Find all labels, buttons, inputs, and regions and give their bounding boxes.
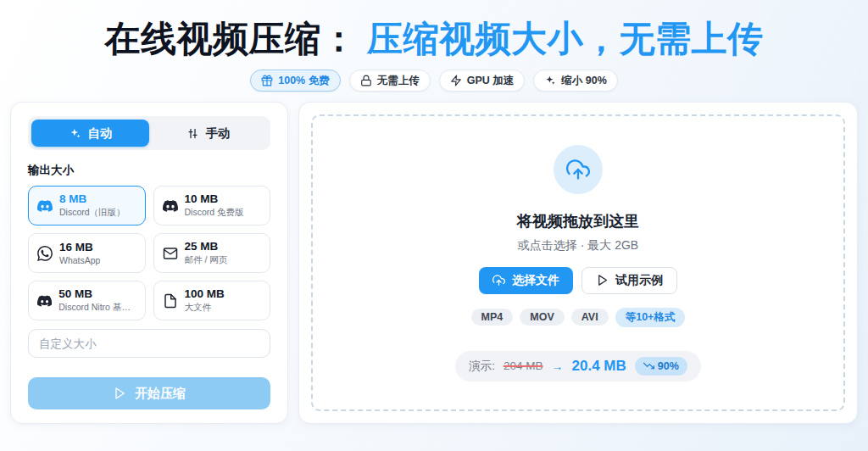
badge-label: 100% 免费 <box>278 74 329 88</box>
trend-down-icon <box>643 360 654 371</box>
format-chip-mp4: MP4 <box>471 309 514 326</box>
gift-icon <box>261 75 273 86</box>
format-chip-mov: MOV <box>520 309 564 326</box>
tab-auto[interactable]: 自动 <box>31 120 149 147</box>
choose-file-button[interactable]: 选择文件 <box>479 267 573 294</box>
demo-result: 演示: 204 MB → 20.4 MB 90% <box>455 351 701 381</box>
preset-text: 100 MB大文件 <box>185 287 225 314</box>
preset-size: 10 MB <box>185 192 244 205</box>
preset-size: 25 MB <box>185 240 228 253</box>
sparkles-icon <box>69 127 81 140</box>
page-header: 在线视频压缩：压缩视频大小，无需上传 100% 免费无需上传GPU 加速缩小 9… <box>0 0 868 92</box>
preset-size: 100 MB <box>185 287 225 300</box>
custom-size-input[interactable] <box>28 329 270 358</box>
mail-icon <box>163 246 178 261</box>
format-chip-avi: AVI <box>571 309 609 326</box>
reduction-badge: 90% <box>635 357 687 376</box>
badge-: 无需上传 <box>349 70 431 92</box>
badge-label: 缩小 90% <box>561 74 607 88</box>
upload-cloud-icon <box>566 158 590 181</box>
badge-label: GPU 加速 <box>467 74 515 88</box>
preset-text: 50 MBDiscord Nitro 基础版 <box>58 287 136 314</box>
zap-icon <box>450 75 462 86</box>
badge-gpu: GPU 加速 <box>439 70 526 92</box>
feature-badges: 100% 免费无需上传GPU 加速缩小 90% <box>0 70 868 92</box>
preset-label: 邮件 / 网页 <box>185 254 228 266</box>
play-icon <box>596 274 609 287</box>
preset-16-mb[interactable]: 16 MBWhatsApp <box>28 233 146 273</box>
preset-100-mb[interactable]: 100 MB大文件 <box>153 281 271 320</box>
preset-label: 大文件 <box>185 302 225 314</box>
format-chips: MP4MOVAVI等10+格式 <box>471 308 686 327</box>
upload-cloud-circle <box>554 145 603 194</box>
preset-label: Discord 免费版 <box>185 207 244 219</box>
choose-file-label: 选择文件 <box>512 273 559 288</box>
file-icon <box>163 293 178 309</box>
start-compress-button[interactable]: 开始压缩 <box>28 377 270 409</box>
preset-label: Discord Nitro 基础版 <box>58 302 136 314</box>
start-compress-label: 开始压缩 <box>135 386 186 402</box>
badge-90: 缩小 90% <box>533 70 618 92</box>
arrow-right-icon: → <box>552 359 564 373</box>
preset-text: 16 MBWhatsApp <box>59 241 100 265</box>
play-icon <box>113 387 126 400</box>
sliders-icon <box>186 127 199 140</box>
preset-grid: 8 MBDiscord（旧版）10 MBDiscord 免费版16 MBWhat… <box>28 186 270 320</box>
try-sample-label: 试用示例 <box>615 273 663 288</box>
upload-panel: 将视频拖放到这里 或点击选择 · 最大 2GB 选择文件 试用示例 MP4MOV… <box>298 102 858 424</box>
preset-size: 16 MB <box>59 241 100 253</box>
preset-size: 50 MB <box>58 287 136 300</box>
demo-size-after: 20.4 MB <box>572 358 626 375</box>
discord-icon <box>37 293 52 309</box>
preset-10-mb[interactable]: 10 MBDiscord 免费版 <box>153 186 271 226</box>
preset-label: Discord（旧版） <box>59 207 125 219</box>
preset-8-mb[interactable]: 8 MBDiscord（旧版） <box>28 186 146 226</box>
format-chip-more: 等10+格式 <box>615 308 686 327</box>
badge-100: 100% 免费 <box>250 70 340 92</box>
preset-text: 25 MB邮件 / 网页 <box>185 240 228 266</box>
main-content: 自动 手动 输出大小 8 MBDiscord（旧版）10 MBDiscord 免… <box>0 102 868 424</box>
sparkles-icon <box>544 75 556 86</box>
whatsapp-icon <box>37 246 53 261</box>
preset-text: 10 MBDiscord 免费版 <box>185 192 244 219</box>
demo-label: 演示: <box>469 359 495 374</box>
preset-50-mb[interactable]: 50 MBDiscord Nitro 基础版 <box>28 281 146 320</box>
settings-panel: 自动 手动 输出大小 8 MBDiscord（旧版）10 MBDiscord 免… <box>10 102 288 424</box>
lock-icon <box>360 75 372 86</box>
tab-manual[interactable]: 手动 <box>149 120 267 147</box>
dropzone-buttons: 选择文件 试用示例 <box>479 267 677 294</box>
preset-label: WhatsApp <box>59 255 100 265</box>
tab-auto-label: 自动 <box>88 125 113 142</box>
demo-size-before: 204 MB <box>504 359 543 372</box>
upload-cloud-icon <box>492 274 505 287</box>
mode-tabs: 自动 手动 <box>28 116 270 150</box>
discord-icon <box>163 198 178 214</box>
badge-label: 无需上传 <box>377 74 420 88</box>
preset-25-mb[interactable]: 25 MB邮件 / 网页 <box>153 233 271 273</box>
preset-size: 8 MB <box>59 192 125 205</box>
preset-text: 8 MBDiscord（旧版） <box>59 192 125 219</box>
reduction-value: 90% <box>658 360 679 372</box>
dropzone-title: 将视频拖放到这里 <box>517 211 639 231</box>
dropzone-subtitle: 或点击选择 · 最大 2GB <box>518 238 638 253</box>
dropzone[interactable]: 将视频拖放到这里 或点击选择 · 最大 2GB 选择文件 试用示例 MP4MOV… <box>311 114 845 411</box>
output-size-label: 输出大小 <box>28 163 270 178</box>
page-title-black: 在线视频压缩： <box>105 19 358 58</box>
try-sample-button[interactable]: 试用示例 <box>581 267 677 294</box>
discord-icon <box>37 198 53 214</box>
page-title: 在线视频压缩：压缩视频大小，无需上传 <box>0 19 868 59</box>
page-title-blue: 压缩视频大小，无需上传 <box>367 19 764 58</box>
tab-manual-label: 手动 <box>206 125 231 142</box>
